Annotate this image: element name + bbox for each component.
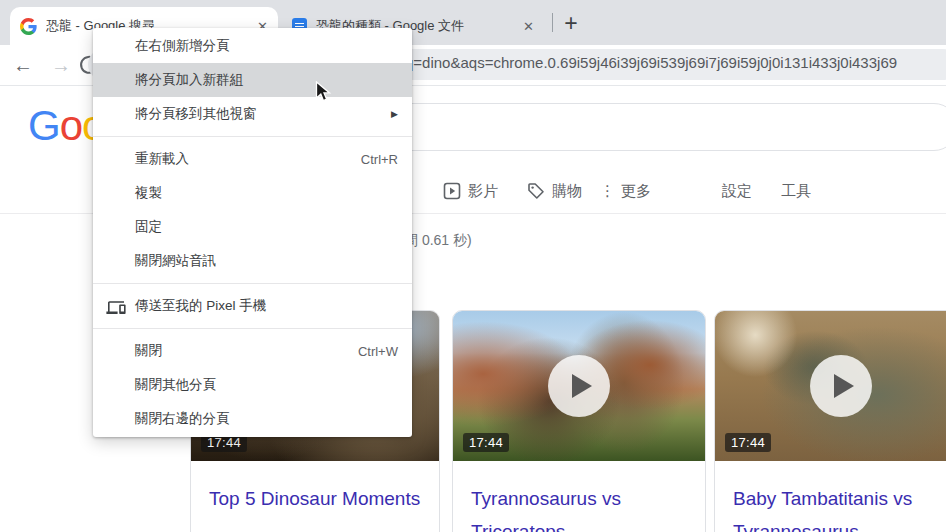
video-thumbnail[interactable]: 17:44 [715,311,946,461]
menu-separator [93,136,412,137]
menu-separator [93,328,412,329]
video-duration-badge: 17:44 [463,433,509,452]
video-title-link[interactable]: Top 5 Dinosaur Moments [191,461,439,515]
menu-item-label: 複製 [135,184,162,202]
menu-item-shortcut: Ctrl+W [358,344,398,359]
menu-item-duplicate[interactable]: 複製 [93,176,412,210]
menu-item-move-tab-to-another-window[interactable]: 將分頁移到其他視窗 ▶ [93,97,412,131]
tab-shopping[interactable]: 購物 [527,179,582,203]
menu-item-send-to-pixel[interactable]: 傳送至我的 Pixel 手機 [93,289,412,323]
menu-item-mute-site[interactable]: 關閉網站音訊 [93,244,412,278]
tab-label: 設定 [722,182,752,201]
menu-item-label: 關閉其他分頁 [135,376,216,394]
tab-separator [552,13,553,32]
menu-item-shortcut: Ctrl+R [361,152,398,167]
address-bar-url: q=dino&aqs=chrome.0.69i59j46i39j69i539j6… [405,54,897,71]
video-duration-badge: 17:44 [725,433,771,452]
menu-item-label: 在右側新增分頁 [135,37,230,55]
video-title-link[interactable]: Tyrannosaurus vs Triceratops [453,461,705,532]
menu-item-label: 關閉 [135,342,162,360]
menu-item-label: 重新載入 [135,150,189,168]
menu-item-label: 關閉網站音訊 [135,252,216,270]
link-tools[interactable]: 工具 [781,179,811,203]
submenu-arrow-icon: ▶ [391,109,398,119]
new-tab-button[interactable]: + [556,8,586,38]
tab-videos[interactable]: 影片 [443,179,498,203]
tab-context-menu: 在右側新增分頁 將分頁加入新群組 將分頁移到其他視窗 ▶ 重新載入 Ctrl+R… [93,28,412,437]
menu-item-close[interactable]: 關閉 Ctrl+W [93,334,412,368]
more-icon: ⋮ [600,182,614,200]
back-icon[interactable]: ← [8,50,38,80]
video-card[interactable]: 17:44 Tyrannosaurus vs Triceratops [452,310,706,532]
forward-icon: → [46,50,76,80]
tab-label: 購物 [552,182,582,201]
video-icon [443,182,461,200]
video-title-link[interactable]: Baby Tambatitanis vs Tyrannosaurus [715,461,946,532]
google-g-favicon [20,18,37,35]
tab-label: 工具 [781,182,811,201]
menu-separator [93,283,412,284]
menu-item-label: 將分頁加入新群組 [135,71,243,89]
video-thumbnail[interactable]: 17:44 [453,311,705,461]
tab-more[interactable]: ⋮ 更多 [600,179,651,203]
link-settings[interactable]: 設定 [722,179,752,203]
tab-label: 更多 [621,182,651,201]
mouse-cursor [315,81,332,104]
results-stats: 間 0.61 秒) [404,232,472,250]
menu-item-label: 關閉右邊的分頁 [135,410,230,428]
menu-item-new-tab-right[interactable]: 在右側新增分頁 [93,29,412,63]
video-card[interactable]: 17:44 Baby Tambatitanis vs Tyrannosaurus [714,310,946,532]
devices-icon [106,298,126,314]
menu-item-add-tab-to-new-group[interactable]: 將分頁加入新群組 [93,63,412,97]
menu-item-reload[interactable]: 重新載入 Ctrl+R [93,142,412,176]
play-icon[interactable] [548,355,610,417]
menu-item-close-other-tabs[interactable]: 關閉其他分頁 [93,368,412,402]
menu-item-label: 將分頁移到其他視窗 [135,105,257,123]
browser-window: 恐龍 - Google 搜尋 ✕ 恐龍的種類 - Google 文件 ✕ + ←… [0,0,946,532]
logo-letter: G [28,102,60,149]
menu-item-label: 固定 [135,218,162,236]
menu-item-pin[interactable]: 固定 [93,210,412,244]
tab-label: 影片 [468,182,498,201]
play-icon[interactable] [810,355,872,417]
menu-item-label: 傳送至我的 Pixel 手機 [135,297,266,315]
tab-close-icon[interactable]: ✕ [523,19,534,34]
logo-letter: o [60,102,82,149]
tag-icon [527,182,545,200]
menu-item-close-tabs-to-right[interactable]: 關閉右邊的分頁 [93,402,412,436]
